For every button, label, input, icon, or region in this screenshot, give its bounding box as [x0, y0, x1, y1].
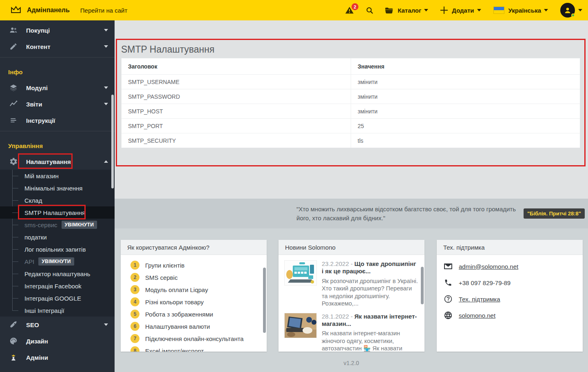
submenu-item-slow-query-log[interactable]: Лог повільних запитів [0, 243, 115, 255]
setting-key: SMTP_USERNAME [122, 75, 351, 89]
people-icon [9, 26, 18, 35]
enable-badge[interactable]: УВІМКНУТИ [38, 257, 74, 266]
trend-chart-icon [9, 100, 18, 108]
sidebar-item-modules[interactable]: Модулі [0, 80, 115, 96]
sidebar-item-seo[interactable]: SEO [0, 317, 115, 333]
step-number-badge: 4 [130, 297, 139, 306]
support-phone: +38 097 829-79-89 [459, 279, 511, 286]
news-teaser: Як назвати інтернет-магазин жіночого одя… [322, 330, 418, 352]
go-to-site-link[interactable]: Перейти на сайт [80, 7, 128, 14]
news-item[interactable]: 28.1.2022 - Як назвати інтернет-магазин.… [279, 308, 424, 352]
language-menu[interactable]: Українська [493, 7, 548, 14]
submenu-item-settings-editor[interactable]: Редактор налаштувань [0, 268, 115, 280]
howto-link[interactable]: 6Налаштування валюти [121, 320, 267, 332]
settings-submenu: Мій магазин Мінімальні значення Склад SM… [0, 170, 115, 317]
quote-source-badge: "Біблія. Притчі 28:8" [524, 208, 585, 219]
sidebar-item-customers[interactable]: Покупці [0, 22, 115, 38]
support-list: admin@solomono.net +38 097 829-79-89 Тех… [437, 255, 583, 323]
support-site-link[interactable]: solomono.net [459, 312, 495, 319]
step-number-badge: 8 [130, 346, 139, 352]
news-card-scrollbar[interactable] [421, 267, 424, 304]
setting-value[interactable]: змінити [351, 104, 580, 118]
setting-key: SMTP_SECURITY [122, 133, 351, 148]
table-row: SMTP_USERNAME змінити [122, 74, 580, 89]
submenu-item-my-shop[interactable]: Мій магазин [0, 170, 115, 182]
sidebar-scrollbar[interactable] [111, 95, 114, 188]
submenu-item-min-values[interactable]: Мінімальні значення [0, 182, 115, 194]
support-help-link[interactable]: Тех. підтримка [459, 296, 500, 303]
howto-link[interactable]: 8Excel імпорт/експорт [121, 345, 267, 352]
layers-icon [9, 83, 18, 92]
catalog-menu[interactable]: Каталог [385, 7, 428, 14]
phone-icon [443, 278, 453, 288]
sidebar-item-settings[interactable]: Налаштування [0, 153, 115, 170]
submenu-item-smtp-settings[interactable]: SMTP Налаштування [0, 206, 115, 219]
column-header-value: Значення [351, 58, 580, 74]
submenu-item-other-integrations[interactable]: Інші Інтеграції [0, 304, 115, 317]
alerts-count-badge: 2 [351, 3, 358, 10]
online-status-dot [571, 13, 575, 17]
table-row: SMTP_PASSWORD змінити [122, 89, 580, 104]
howto-link[interactable]: 3Модуль оплати Liqpay [121, 283, 267, 296]
search-button[interactable] [365, 6, 374, 15]
support-phone-row: +38 097 829-79-89 [443, 275, 583, 291]
submenu-item-api[interactable]: API УВІМКНУТИ [0, 255, 115, 268]
enable-badge[interactable]: УВІМКНУТИ [62, 221, 97, 229]
table-row: SMTP_SECURITY tls [122, 133, 580, 148]
gear-icon [9, 157, 18, 166]
sidebar-item-instructions[interactable]: Інструкції [0, 112, 115, 128]
setting-value[interactable]: tls [351, 133, 580, 148]
submenu-item-sms-service[interactable]: sms-сервис УВІМКНУТИ [0, 219, 115, 231]
add-menu[interactable]: Додати [440, 7, 481, 14]
setting-key: SMTP_HOST [122, 104, 351, 118]
howto-link[interactable]: 5Робота з зображеннями [121, 308, 267, 320]
sidebar-item-admins[interactable]: Адміни [0, 349, 115, 365]
support-card: Тех. підтримка admin@solomono.net +38 09… [437, 240, 583, 352]
chevron-down-icon [544, 9, 548, 11]
howto-list: 1Групи клієнтів 2SMS сервіс 3Модуль опла… [121, 255, 267, 352]
account-menu[interactable] [560, 3, 582, 18]
submenu-item-taxes[interactable]: податки [0, 231, 115, 243]
sidebar-item-content[interactable]: Контент [0, 38, 115, 55]
step-number-badge: 1 [130, 261, 139, 270]
setting-value[interactable]: змінити [351, 89, 580, 104]
setting-value[interactable]: 25 [351, 119, 580, 133]
section-header-management: Управління [0, 134, 115, 153]
pencil-icon [9, 42, 18, 51]
howto-card-scrollbar[interactable] [263, 268, 266, 333]
setting-key: SMTP_PORT [122, 119, 351, 133]
howto-card: Як користуватися Адмінкою? 1Групи клієнт… [121, 240, 267, 352]
howto-link[interactable]: 4Різні кольори товару [121, 296, 267, 308]
highlight-box-main: SMTP Налаштування Заголовок Значення SMT… [116, 39, 586, 166]
howto-link[interactable]: 7Підключення онлайн-консультанта [121, 332, 267, 345]
howto-link[interactable]: 1Групи клієнтів [121, 259, 267, 271]
setting-value[interactable]: змінити [351, 75, 580, 89]
app-title: Адмінпанель [27, 7, 70, 14]
support-email-link[interactable]: admin@solomono.net [459, 263, 518, 270]
sidebar-item-design[interactable]: Дизайн [0, 333, 115, 349]
globe-icon [443, 310, 453, 320]
quote-text: "Хто множить лихварським відсотком багат… [296, 205, 519, 223]
chevron-down-icon [424, 9, 428, 11]
news-headline: 23.2.2022 - Що таке дропшипінг і як це п… [322, 260, 418, 275]
alerts-button[interactable]: 2 [345, 6, 354, 14]
news-card-title: Новини Solomono [279, 240, 424, 255]
list-icon [9, 116, 18, 125]
step-number-badge: 3 [130, 285, 139, 294]
question-circle-icon [443, 294, 453, 304]
news-card: Новини Solomono 23.2.2022 - Що таке дроп… [279, 240, 424, 352]
submenu-item-facebook-integration[interactable]: Інтеграція Facebook [0, 280, 115, 292]
table-row: SMTP_PORT 25 [122, 118, 580, 133]
howto-link[interactable]: 2SMS сервіс [121, 271, 267, 283]
step-number-badge: 2 [130, 273, 139, 282]
submenu-item-google-integration[interactable]: Інтеграція GOOGLE [0, 292, 115, 304]
sidebar-item-reports[interactable]: Звіти [0, 96, 115, 112]
envelope-icon [443, 261, 453, 271]
smtp-settings-table: Заголовок Значення SMTP_USERNAME змінити… [121, 58, 580, 148]
news-thumbnail-photo [284, 313, 317, 338]
support-card-title: Тех. підтримка [437, 240, 583, 255]
chevron-down-icon [477, 9, 481, 11]
news-item[interactable]: 23.2.2022 - Що таке дропшипінг і як це п… [279, 255, 424, 308]
submenu-item-warehouse[interactable]: Склад [0, 194, 115, 206]
chevron-down-icon [578, 9, 582, 11]
